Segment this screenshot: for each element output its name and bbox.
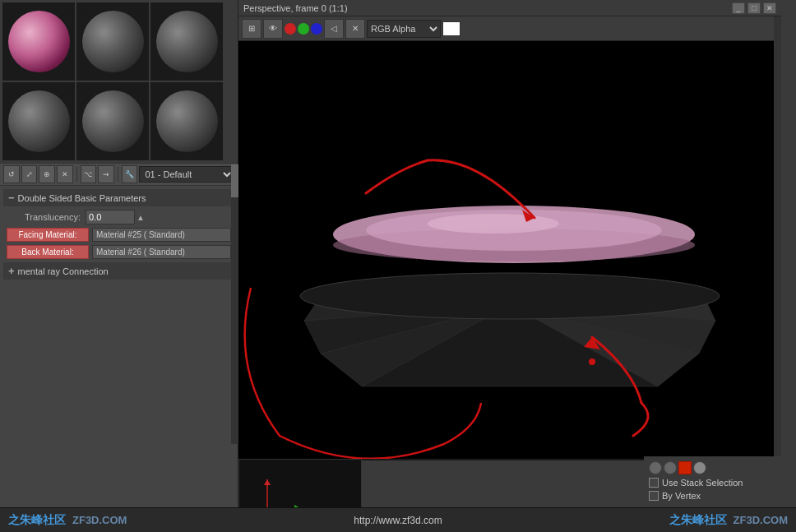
material-thumb-2[interactable] — [76, 2, 149, 81]
mentalray-header[interactable]: + mental ray Connection — [3, 262, 234, 280]
scene-svg — [238, 41, 781, 459]
svg-point-8 — [300, 273, 720, 319]
svg-point-12 — [428, 214, 559, 234]
sphere-gray-5 — [82, 90, 144, 152]
params-panel: − Double Sided Basic Parameters Transluc… — [0, 186, 238, 283]
by-vertex-checkbox[interactable] — [649, 491, 659, 501]
viewport-title: Perspective, frame 0 (1:1) — [243, 3, 348, 13]
close-button[interactable]: ✕ — [763, 2, 776, 14]
translucency-input[interactable] — [86, 210, 135, 224]
brand-right: 之朱峰社区 ZF3D.COM — [669, 513, 788, 528]
material-thumb-4[interactable] — [2, 82, 75, 160]
material-thumb-6[interactable] — [150, 82, 223, 160]
copy-button[interactable]: ⊕ — [39, 165, 55, 183]
wrench-button[interactable]: 🔧 — [122, 165, 138, 183]
back-material-row: Back Material: Material #26 ( Standard) — [3, 245, 234, 259]
double-sided-section-title: Double Sided Basic Parameters — [18, 193, 146, 203]
lower-shape — [300, 273, 720, 386]
stack-icons — [649, 461, 706, 474]
back-material-button[interactable]: Back Material: — [7, 245, 89, 259]
mentalray-expand-plus: + — [8, 265, 15, 277]
scrollbar-thumb[interactable] — [231, 164, 238, 197]
stack-icons-row — [649, 461, 791, 474]
vp-close-button[interactable]: ✕ — [345, 19, 365, 39]
material-thumb-5[interactable] — [76, 82, 149, 160]
sphere-gray-6 — [156, 90, 218, 152]
pipe-button[interactable]: ⌥ — [81, 165, 97, 183]
stack-icon-4 — [693, 461, 706, 474]
vp-channel-dropdown[interactable]: RGB Alpha — [367, 20, 441, 38]
translucency-label: Translucency: — [7, 212, 81, 222]
translucency-row: Translucency: ▲ — [3, 210, 234, 224]
brand-en-left: ZF3D.COM — [72, 514, 127, 526]
main-viewport: Perspective, frame 0 (1:1) _ □ ✕ ⊞ 👁 ◁ ✕… — [238, 0, 781, 460]
material-toolbar: ↺ ⤢ ⊕ ✕ ⌥ ⇝ 🔧 01 - Default — [0, 163, 238, 186]
sphere-gray-3 — [156, 11, 218, 72]
vp-green-dot[interactable] — [298, 23, 309, 35]
use-stack-checkbox[interactable] — [649, 478, 659, 488]
sphere-gray-2 — [82, 11, 144, 72]
left-scrollbar[interactable] — [231, 164, 238, 444]
move-button[interactable]: ⤢ — [21, 165, 38, 183]
maximize-button[interactable]: □ — [747, 2, 761, 14]
vp-camera-button[interactable]: 👁 — [263, 19, 283, 39]
vp-red-dot[interactable] — [285, 23, 296, 35]
viewport-toolbar: ⊞ 👁 ◁ ✕ RGB Alpha — [238, 16, 781, 41]
brand-zh-right: 之朱峰社区 — [669, 513, 727, 528]
stack-red-icon — [678, 461, 692, 474]
delete-button[interactable]: ✕ — [57, 165, 73, 183]
facing-material-button[interactable]: Facing Material: — [7, 228, 89, 242]
upper-shape — [333, 206, 695, 263]
left-panel: ↺ ⤢ ⊕ ✕ ⌥ ⇝ 🔧 01 - Default − Double Side… — [0, 0, 238, 532]
back-material-name-button[interactable]: Material #26 ( Standard) — [92, 245, 231, 259]
facing-material-name-button[interactable]: Material #25 ( Standard) — [92, 228, 231, 242]
vp-left-arrow-button[interactable]: ◁ — [324, 19, 344, 39]
svg-point-15 — [589, 359, 595, 365]
minimize-button[interactable]: _ — [732, 2, 745, 14]
vp-blue-dot[interactable] — [311, 23, 322, 35]
brand-en-right: ZF3D.COM — [734, 514, 788, 526]
sphere-pink — [8, 11, 70, 72]
by-vertex-label: By Vertex — [662, 491, 701, 501]
brand-url: http://www.zf3d.com — [354, 515, 442, 526]
facing-material-row: Facing Material: Material #25 ( Standard… — [3, 228, 234, 242]
section-collapse-minus: − — [8, 192, 15, 204]
material-dropdown[interactable]: 01 - Default — [139, 166, 234, 183]
stack-icon-1 — [649, 461, 662, 474]
reset-button[interactable]: ↺ — [3, 165, 20, 183]
scene-canvas — [238, 41, 781, 459]
mentalray-label: mental ray Connection — [18, 266, 109, 276]
material-thumbnail-grid — [0, 0, 238, 163]
bottom-bar: 之朱峰社区 ZF3D.COM http://www.zf3d.com 之朱峰社区… — [0, 507, 796, 532]
by-vertex-row: By Vertex — [649, 491, 791, 501]
brand-center: http://www.zf3d.com — [354, 515, 442, 526]
brand-left: 之朱峰社区 ZF3D.COM — [8, 513, 127, 528]
stack-icon-2 — [664, 461, 677, 474]
right-scrollbar[interactable] — [774, 16, 781, 460]
separator-2 — [118, 167, 118, 182]
link-button[interactable]: ⇝ — [98, 165, 114, 183]
use-stack-row: Use Stack Selection — [649, 478, 791, 488]
vp-grid-button[interactable]: ⊞ — [242, 19, 261, 39]
separator-1 — [76, 167, 77, 182]
use-stack-label: Use Stack Selection — [662, 478, 743, 488]
brand-zh-left: 之朱峰社区 — [8, 513, 66, 528]
translucency-spinner[interactable]: ▲ — [137, 213, 145, 222]
material-thumb-3[interactable] — [150, 2, 223, 81]
double-sided-section-header[interactable]: − Double Sided Basic Parameters — [3, 189, 234, 206]
vp-color-preview — [442, 21, 460, 36]
viewport-titlebar: Perspective, frame 0 (1:1) _ □ ✕ — [238, 0, 781, 16]
sphere-gray-4 — [8, 90, 70, 152]
viewport-window-controls: _ □ ✕ — [732, 2, 776, 14]
material-thumb-1[interactable] — [2, 2, 75, 81]
